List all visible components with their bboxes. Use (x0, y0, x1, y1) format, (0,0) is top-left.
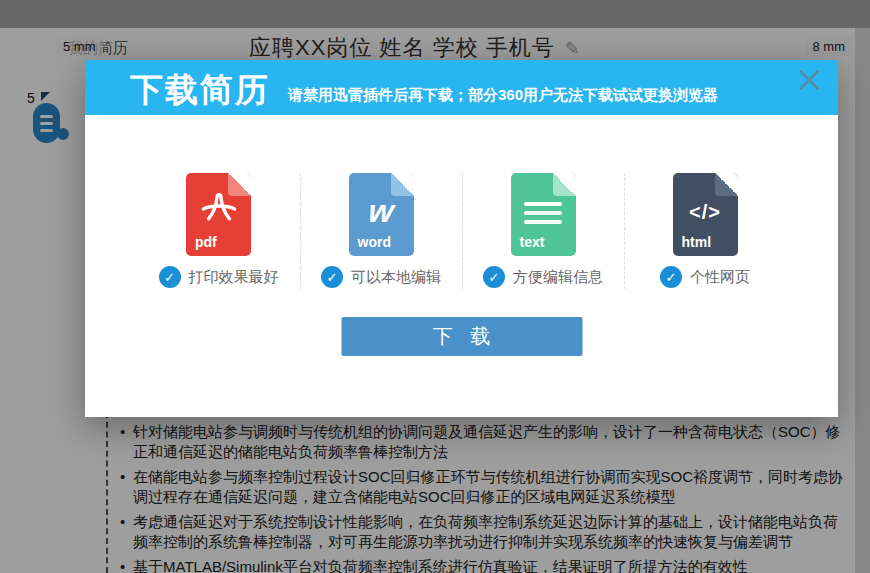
modal-subtitle: 请禁用迅雷插件后再下载；部分360用户无法下载试试更换浏览器 (288, 87, 718, 102)
check-icon: ✓ (660, 266, 682, 288)
pdf-file-icon[interactable]: pdf (186, 173, 251, 256)
file-type-label: word (358, 234, 391, 250)
modal-title: 下载简历 (130, 73, 270, 106)
acrobat-glyph-icon (186, 179, 251, 235)
format-option-pdf[interactable]: pdf ✓ 打印效果最好 (138, 173, 300, 289)
benefit-row: ✓ 方便编辑信息 (483, 265, 603, 289)
file-type-label: text (520, 234, 545, 250)
benefit-row: ✓ 打印效果最好 (159, 265, 279, 289)
benefit-label: 方便编辑信息 (513, 268, 603, 287)
modal-body: pdf ✓ 打印效果最好 w word ✓ 可以本地编辑 (85, 115, 838, 417)
word-file-icon[interactable]: w word (349, 173, 414, 256)
format-options-row: pdf ✓ 打印效果最好 w word ✓ 可以本地编辑 (85, 115, 838, 289)
format-option-text[interactable]: text ✓ 方便编辑信息 (462, 173, 624, 289)
modal-header: 下载简历 请禁用迅雷插件后再下载；部分360用户无法下载试试更换浏览器 (85, 60, 838, 115)
benefit-row: ✓ 可以本地编辑 (321, 265, 441, 289)
benefit-label: 可以本地编辑 (351, 268, 441, 287)
html-file-icon[interactable]: </> html (673, 173, 738, 256)
check-icon: ✓ (483, 266, 505, 288)
check-icon: ✓ (159, 266, 181, 288)
file-type-label: html (682, 234, 712, 250)
benefit-label: 打印效果最好 (189, 268, 279, 287)
download-modal: 下载简历 请禁用迅雷插件后再下载；部分360用户无法下载试试更换浏览器 (85, 60, 838, 417)
benefit-label: 个性网页 (690, 268, 750, 287)
text-lines-glyph-icon (511, 179, 576, 235)
text-file-icon[interactable]: text (511, 173, 576, 256)
check-icon: ✓ (321, 266, 343, 288)
word-glyph-icon: w (346, 179, 417, 235)
download-button[interactable]: 下 载 (341, 317, 582, 356)
screen: 应聘XX岗位 姓名 学校 手机号✎ 我的简历 5 mm 8 mm 5 针对储能电… (0, 0, 870, 573)
format-option-word[interactable]: w word ✓ 可以本地编辑 (300, 173, 462, 289)
benefit-row: ✓ 个性网页 (660, 265, 750, 289)
code-glyph-icon: </> (673, 179, 738, 235)
file-type-label: pdf (195, 234, 217, 250)
format-option-html[interactable]: </> html ✓ 个性网页 (624, 173, 786, 289)
close-icon[interactable] (792, 63, 826, 97)
